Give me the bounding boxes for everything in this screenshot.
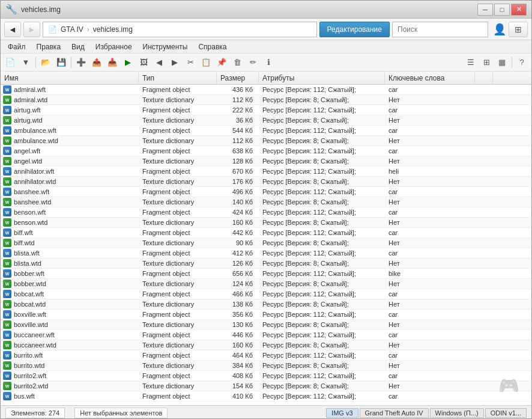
file-size: 384 Кб	[217, 362, 259, 369]
tb-dropdown-button[interactable]: ▼	[19, 56, 33, 69]
table-row[interactable]: W benson.wft Fragment object 424 Кб Ресу…	[1, 207, 531, 218]
table-row[interactable]: W angel.wtd Texture dictionary 128 Кб Ре…	[1, 156, 531, 167]
col-header-attr[interactable]: Атрибуты	[259, 72, 385, 84]
table-row[interactable]: W burrito.wtd Texture dictionary 384 Кб …	[1, 361, 531, 371]
wft-icon: W	[3, 392, 11, 400]
table-row[interactable]: W blista.wtd Texture dictionary 126 Кб Р…	[1, 258, 531, 269]
table-row[interactable]: W ambulance.wft Fragment object 544 Кб Р…	[1, 126, 531, 136]
menu-edit[interactable]: Правка	[32, 41, 66, 52]
tb-right: ☰ ⊞ ▦ ?	[464, 56, 529, 69]
file-kw: car	[385, 106, 475, 114]
title-text: vehicles.img	[21, 5, 61, 14]
tb-play-button[interactable]: ▶	[121, 56, 135, 69]
tb-sep-1	[35, 57, 36, 69]
tb-save-button[interactable]: 💾	[54, 56, 68, 69]
forward-button[interactable]: ►	[23, 22, 40, 37]
edit-button[interactable]: Редактирование	[319, 22, 390, 37]
file-type: Fragment object	[139, 372, 217, 379]
tb-view-list[interactable]: ☰	[464, 56, 478, 69]
table-row[interactable]: W admiral.wft Fragment object 436 Кб Рес…	[1, 85, 531, 95]
address-bar: ◄ ► 📄 GTA IV › vehicles.img Редактирован…	[1, 19, 531, 40]
tb-prev-button[interactable]: ◀	[152, 56, 166, 69]
file-attr: Ресурс [Версия: 8; Сжатый];	[259, 260, 385, 267]
file-size: 160 Кб	[217, 219, 259, 226]
table-row[interactable]: W buccaneer.wtd Texture dictionary 160 К…	[1, 340, 531, 350]
tb-add-button[interactable]: ➕	[74, 56, 88, 69]
tb-cut-button[interactable]: ✂	[183, 56, 198, 69]
table-row[interactable]: W bobber.wtd Texture dictionary 124 Кб Р…	[1, 279, 531, 289]
file-size: 160 Кб	[217, 341, 259, 349]
status-tag-odin[interactable]: ODIN v1...	[485, 408, 527, 418]
table-row[interactable]: W bobcat.wft Fragment object 466 Кб Ресу…	[1, 289, 531, 299]
tb-rename-button[interactable]: ✏	[246, 56, 260, 69]
back-button[interactable]: ◄	[4, 22, 21, 37]
tb-extract-button[interactable]: 📤	[89, 56, 104, 69]
file-kw: Нет	[385, 239, 475, 246]
table-row[interactable]: W annihilator.wtd Texture dictionary 176…	[1, 177, 531, 187]
col-header-name[interactable]: Имя	[1, 72, 139, 84]
window-icon[interactable]: ⊞	[509, 22, 528, 37]
table-row[interactable]: W biff.wtd Texture dictionary 90 Кб Ресу…	[1, 238, 531, 248]
menu-help[interactable]: Справка	[193, 41, 231, 52]
minimize-button[interactable]: ─	[477, 4, 493, 16]
tb-props-button[interactable]: ℹ	[261, 56, 276, 69]
table-row[interactable]: W burrito2.wft Fragment object 408 Кб Ре…	[1, 371, 531, 381]
file-attr: Ресурс [Версия: 8; Сжатый];	[259, 117, 385, 124]
table-row[interactable]: W airtug.wft Fragment object 222 Кб Ресу…	[1, 105, 531, 115]
file-kw: car	[385, 311, 475, 318]
col-header-size[interactable]: Размер	[217, 72, 259, 84]
table-row[interactable]: W burrito.wft Fragment object 464 Кб Рес…	[1, 350, 531, 361]
status-tag-gta[interactable]: Grand Theft Auto IV	[360, 408, 429, 418]
file-list[interactable]: W admiral.wft Fragment object 436 Кб Рес…	[1, 85, 531, 405]
file-name: banshee.wtd	[14, 198, 51, 206]
table-row[interactable]: W annihilator.wft Fragment object 670 Кб…	[1, 167, 531, 177]
table-row[interactable]: W boxville.wft Fragment object 356 Кб Ре…	[1, 310, 531, 320]
file-attr: Ресурс [Версия: 8; Сжатый];	[259, 178, 385, 185]
table-row[interactable]: W blista.wft Fragment object 412 Кб Ресу…	[1, 248, 531, 258]
col-header-type[interactable]: Тип	[139, 72, 217, 84]
col-header-kw[interactable]: Ключевые слова	[385, 72, 475, 84]
selected-count: Нет выбранных элементов	[74, 408, 168, 418]
close-button[interactable]: ✕	[511, 4, 527, 16]
table-row[interactable]: W banshee.wtd Texture dictionary 140 Кб …	[1, 197, 531, 207]
table-row[interactable]: W boxville.wtd Texture dictionary 130 Кб…	[1, 320, 531, 330]
table-row[interactable]: W admiral.wtd Texture dictionary 112 Кб …	[1, 95, 531, 105]
file-attr: Ресурс [Версия: 112; Сжатый];	[259, 188, 385, 195]
tb-new-button[interactable]: 📄	[3, 56, 17, 69]
tb-extract2-button[interactable]: 📥	[105, 56, 119, 69]
table-row[interactable]: W bobcat.wtd Texture dictionary 138 Кб Р…	[1, 299, 531, 310]
table-row[interactable]: W angel.wft Fragment object 638 Кб Ресур…	[1, 146, 531, 156]
tb-help-button[interactable]: ?	[515, 56, 529, 69]
tb-next-button[interactable]: ▶	[168, 56, 182, 69]
table-row[interactable]: W bus.wft Fragment object 410 Кб Ресурс …	[1, 391, 531, 402]
table-row[interactable]: W buccaneer.wft Fragment object 446 Кб Р…	[1, 330, 531, 340]
menu-tools[interactable]: Инструменты	[138, 41, 193, 52]
tb-paste-button[interactable]: 📌	[214, 56, 229, 69]
path-separator-1: ›	[87, 25, 89, 34]
menu-view[interactable]: Вид	[67, 41, 89, 52]
table-row[interactable]: W ambulance.wtd Texture dictionary 112 К…	[1, 136, 531, 146]
menu-file[interactable]: Файл	[3, 41, 31, 52]
status-tag-windows[interactable]: Windows (П...)	[430, 408, 484, 418]
tb-copy-button[interactable]: 📋	[199, 56, 213, 69]
tb-open-button[interactable]: 📂	[38, 56, 53, 69]
tb-view-details[interactable]: ▦	[495, 56, 509, 69]
table-row[interactable]: W banshee.wft Fragment object 496 Кб Рес…	[1, 187, 531, 197]
wft-icon: W	[3, 290, 11, 298]
tb-delete-button[interactable]: 🗑	[230, 56, 244, 69]
tb-view-icons[interactable]: ⊞	[479, 56, 494, 69]
file-attr: Ресурс [Версия: 8; Сжатый];	[259, 96, 385, 103]
table-row[interactable]: W benson.wtd Texture dictionary 160 Кб Р…	[1, 218, 531, 228]
file-name: bobber.wft	[14, 270, 44, 277]
tb-img-button[interactable]: 🖼	[136, 56, 151, 69]
status-tag-imgv3[interactable]: IMG v3	[326, 408, 358, 418]
file-size: 130 Кб	[217, 321, 259, 328]
table-row[interactable]: W burrito2.wtd Texture dictionary 154 Кб…	[1, 381, 531, 391]
search-input[interactable]	[392, 22, 488, 37]
file-attr: Ресурс [Версия: 8; Сжатый];	[259, 137, 385, 144]
maximize-button[interactable]: □	[494, 4, 510, 16]
table-row[interactable]: W bobber.wft Fragment object 656 Кб Ресу…	[1, 269, 531, 279]
menu-favorites[interactable]: Избранное	[91, 41, 137, 52]
table-row[interactable]: W airtug.wtd Texture dictionary 36 Кб Ре…	[1, 115, 531, 126]
table-row[interactable]: W biff.wft Fragment object 442 Кб Ресурс…	[1, 228, 531, 238]
